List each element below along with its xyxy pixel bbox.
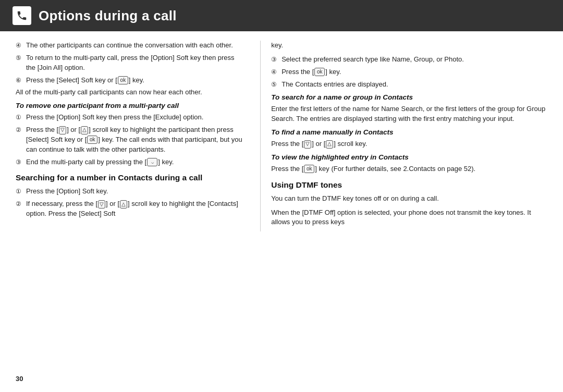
bullet-c5: ⑤	[271, 80, 279, 90]
dtmf-para1: You can turn the DTMF key tones off or o…	[271, 194, 547, 204]
intro-list: ④ The other participants can continue th…	[16, 41, 244, 85]
bullet-5: ⑤	[16, 53, 24, 73]
key-text: key.	[271, 41, 547, 51]
item-text-r2: Press the [▽] or [△] scroll key to highl…	[26, 125, 244, 155]
list-item: ③ Select the preferred search type like …	[271, 55, 547, 65]
list-item: ⑥ Press the [Select] Soft key or [ok] ke…	[16, 76, 244, 85]
bullet-4: ④	[16, 41, 24, 51]
remove-section: To remove one participant from a multi-p…	[16, 102, 244, 167]
searching-section: Searching for a number in Contacts durin…	[16, 173, 244, 219]
bullet-r3: ③	[16, 157, 24, 167]
all-participants-text: All of the multi-party call participants…	[16, 88, 244, 97]
bullet-c4: ④	[271, 67, 279, 77]
up-key: △	[81, 126, 88, 134]
bullet-r2: ②	[16, 125, 24, 155]
find-name-body: Press the [▽] or [△] scroll key.	[271, 139, 547, 149]
list-item: ① Press the [Option] Soft key.	[16, 187, 244, 197]
up-key3: △	[326, 140, 333, 149]
list-item: ① Press the [Option] Soft key then press…	[16, 113, 244, 123]
search-name-section: To search for a name or group in Contact…	[271, 93, 547, 124]
down-key3: ▽	[304, 140, 311, 149]
item-text-5: To return to the multi-party call, press…	[26, 53, 244, 73]
item-text-4: The other participants can continue the …	[26, 41, 244, 51]
item-text-6: Press the [Select] Soft key or [ok] key.	[26, 76, 244, 85]
page-title: Options during a call	[39, 8, 177, 24]
ok-key-icon: ok	[118, 76, 128, 84]
down-key2: ▽	[98, 200, 105, 209]
up-key2: △	[120, 200, 127, 209]
dtmf-title: Using DTMF tones	[271, 180, 547, 190]
search-name-body: Enter the first letters of the name for …	[271, 104, 547, 124]
main-content: ④ The other participants can continue th…	[0, 41, 563, 231]
phone-icon	[13, 6, 31, 25]
left-column: ④ The other participants can continue th…	[16, 41, 260, 231]
page-number: 30	[16, 375, 23, 383]
item-text-r3: End the multi-party call by pressing the…	[26, 157, 244, 167]
searching-section-title: Searching for a number in Contacts durin…	[16, 173, 244, 182]
item-text-c4: Press the [ok] key.	[282, 67, 547, 77]
dtmf-section: Using DTMF tones You can turn the DTMF k…	[271, 180, 547, 228]
items-continued: ③ Select the preferred search type like …	[271, 55, 547, 90]
bullet-r1: ①	[16, 113, 24, 123]
item-text-c3: Select the preferred search type like Na…	[282, 55, 547, 65]
item-text-c5: The Contacts entries are displayed.	[282, 80, 547, 90]
view-highlighted-section: To view the highlighted entry in Contact…	[271, 153, 547, 174]
find-name-section: To find a name manually in Contacts Pres…	[271, 128, 547, 149]
item-text-s2: If necessary, press the [▽] or [△] scrol…	[26, 199, 244, 219]
list-item: ② If necessary, press the [▽] or [△] scr…	[16, 199, 244, 219]
ok-key-icon3: ok	[304, 165, 314, 173]
ok-key-icon: ok	[87, 136, 97, 144]
page-header: Options during a call	[0, 0, 563, 31]
item-text-r1: Press the [Option] Soft key then press t…	[26, 113, 244, 123]
item-text-s1: Press the [Option] Soft key.	[26, 187, 244, 197]
bullet-6: ⑥	[16, 76, 24, 85]
view-highlighted-title: To view the highlighted entry in Contact…	[271, 153, 547, 161]
find-name-title: To find a name manually in Contacts	[271, 128, 547, 136]
list-item: ④ Press the [ok] key.	[271, 67, 547, 77]
list-item: ⑤ To return to the multi-party call, pre…	[16, 53, 244, 73]
search-name-title: To search for a name or group in Contact…	[271, 93, 547, 101]
view-highlighted-body: Press the [ok] key (For further details,…	[271, 164, 547, 174]
remove-section-title: To remove one participant from a multi-p…	[16, 102, 244, 109]
list-item: ③ End the multi-party call by pressing t…	[16, 157, 244, 167]
ok-key-icon2: ok	[314, 68, 325, 76]
end-key-icon: ⌵	[147, 158, 157, 166]
dtmf-para2: When the [DTMF Off] option is selected, …	[271, 208, 547, 228]
bullet-s2: ②	[16, 199, 24, 219]
list-item: ② Press the [▽] or [△] scroll key to hig…	[16, 125, 244, 155]
right-column: key. ③ Select the preferred search type …	[260, 41, 547, 231]
down-key: ▽	[59, 126, 66, 134]
list-item: ④ The other participants can continue th…	[16, 41, 244, 51]
bullet-c3: ③	[271, 55, 279, 65]
bullet-s1: ①	[16, 187, 24, 197]
list-item: ⑤ The Contacts entries are displayed.	[271, 80, 547, 90]
